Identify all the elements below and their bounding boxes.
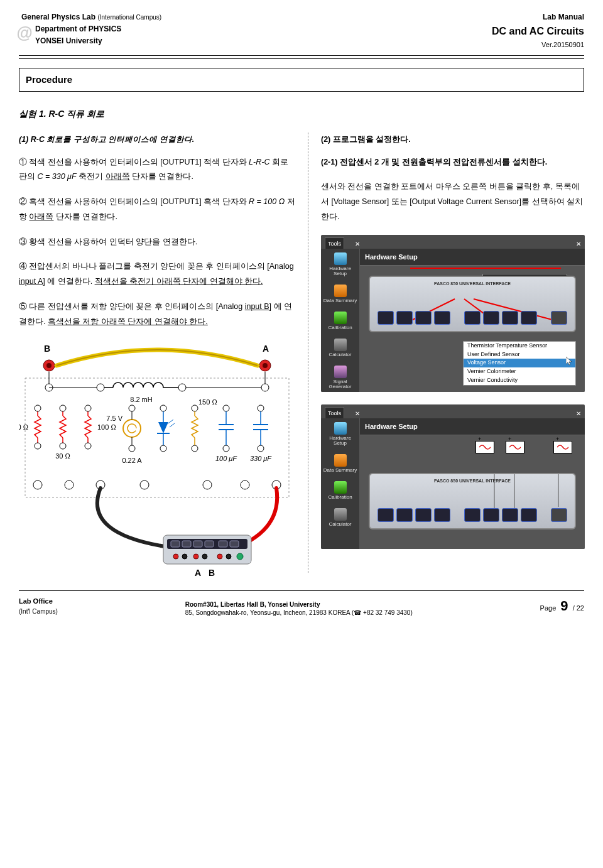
banana-post-right bbox=[259, 360, 271, 371]
dd-thermistor[interactable]: Thermistor Temperature Sensor bbox=[464, 342, 575, 350]
p2u: 아래쪽 bbox=[29, 212, 53, 221]
svg-point-29 bbox=[129, 445, 135, 452]
voltage-sensor-icon-b[interactable] bbox=[506, 441, 524, 453]
digital-port[interactable] bbox=[434, 508, 450, 522]
step2-1-head: (2-1) 전압센서 2 개 및 전원출력부의 전압전류센서를 설치한다. bbox=[321, 155, 585, 170]
analog-port-a[interactable] bbox=[464, 311, 481, 325]
tools-sidebar-2: Hardware Setup Data Summary Calibration … bbox=[321, 418, 360, 549]
analog-port-b[interactable] bbox=[483, 311, 499, 325]
step1-2: ② 흑색 전선을 사용하여 인터페이스의 [OUTPUT1] 흑색 단자와 R … bbox=[19, 195, 295, 225]
footer-campus: (Int'l Campus) bbox=[19, 607, 58, 617]
sidebar-data-summary-2[interactable]: Data Summary bbox=[321, 450, 359, 477]
footer-center: Room#301, Libertas Hall B, Yonsei Univer… bbox=[185, 600, 413, 617]
digital-port[interactable] bbox=[415, 508, 432, 522]
signal-generator-icon bbox=[334, 366, 347, 378]
svg-point-77 bbox=[182, 554, 187, 559]
p4u2: 적색선을 축전기 아래쪽 단자에 연결해야 한다. bbox=[95, 277, 263, 286]
page-header: @ General Physics Lab (International Cam… bbox=[19, 11, 584, 50]
sensor-dropdown[interactable]: Thermistor Temperature Sensor User Defin… bbox=[463, 341, 576, 385]
p1d: 축전기 bbox=[77, 172, 106, 181]
sidebar-hardware-setup[interactable]: Hardware Setup bbox=[321, 249, 359, 281]
svg-point-80 bbox=[217, 554, 222, 559]
experiment-title: 실험 1. R-C 직류 회로 bbox=[19, 109, 104, 119]
digital-port[interactable] bbox=[378, 508, 394, 522]
p2a: ② 흑색 전선을 사용하여 인터페이스의 [OUTPUT1] 흑색 단자와 bbox=[19, 197, 249, 206]
hwsetup-title-2: Hardware Setup bbox=[360, 418, 585, 436]
digital-port[interactable] bbox=[396, 508, 413, 522]
dd-voltage-sensor[interactable]: Voltage Sensor bbox=[464, 359, 575, 367]
installed-sensor-icons bbox=[475, 441, 572, 453]
svg-point-78 bbox=[193, 554, 198, 559]
svg-point-82 bbox=[237, 553, 243, 560]
sidebar-data-summary[interactable]: Data Summary bbox=[321, 281, 359, 308]
sidebar-calculator[interactable]: Calculator bbox=[321, 335, 359, 362]
p2r: R = 100 Ω bbox=[249, 197, 285, 206]
footer-page-pre: Page bbox=[540, 604, 557, 612]
header-univ: YONSEI University bbox=[21, 35, 161, 47]
cursor-icon-2 bbox=[566, 357, 573, 366]
p4a: ④ 전압센서의 바나나 플러그를 축전기 양단에 꽂은 후 인터페이스의 [An… bbox=[19, 262, 294, 271]
sidebar-hardware-setup-2[interactable]: Hardware Setup bbox=[321, 418, 359, 451]
analog-port-a[interactable] bbox=[464, 508, 481, 522]
svg-point-81 bbox=[226, 554, 231, 559]
left-column: (1) R-C 회로를 구성하고 인터페이스에 연결한다. ① 적색 전선을 사… bbox=[19, 133, 308, 573]
p1u: 아래쪽 bbox=[106, 172, 130, 181]
sidebar-calibration[interactable]: Calibration bbox=[321, 308, 359, 335]
svg-point-25 bbox=[85, 443, 91, 449]
tools-sidebar: Hardware Setup Data Summary Calibration … bbox=[321, 249, 360, 392]
side-ds-label-2: Data Summary bbox=[323, 467, 357, 473]
step1-3: ③ 황색 전선을 사용하여 인덕터 양단을 연결한다. bbox=[19, 235, 295, 250]
analog-port-b[interactable] bbox=[483, 508, 499, 522]
header-right: Lab Manual DC and AC Circuits Ver.201509… bbox=[492, 11, 584, 50]
side-calc-label: Calculator bbox=[329, 352, 351, 357]
p5a: ⑤ 다른 전압센서를 저항 양단에 꽂은 후 인터페이스의 [Analog bbox=[19, 302, 245, 311]
svg-rect-72 bbox=[193, 541, 202, 547]
label-A-top: A bbox=[263, 344, 269, 354]
header-divider bbox=[19, 55, 584, 59]
digital-port[interactable] bbox=[378, 311, 394, 325]
step2-1-body: 센서와 전선을 연결한 포트에서 마우스 오른쪽 버튼을 클릭한 후, 목록에서… bbox=[321, 180, 585, 224]
dd-vernier-cond[interactable]: Vernier Conductivity bbox=[464, 376, 575, 385]
interface-panel-2[interactable]: PASCO 850 UNIVERSAL INTERFACE bbox=[369, 473, 576, 529]
analog-port-c[interactable] bbox=[502, 508, 518, 522]
digital-port[interactable] bbox=[434, 311, 450, 325]
svg-text:10 Ω: 10 Ω bbox=[19, 423, 28, 431]
page-footer: Lab Office (Int'l Campus) Room#301, Libe… bbox=[19, 590, 584, 617]
analog-port-d[interactable] bbox=[521, 508, 537, 522]
digital-port[interactable] bbox=[415, 311, 432, 325]
output-port[interactable] bbox=[551, 311, 567, 325]
analog-port-d[interactable] bbox=[521, 311, 537, 325]
hardware-setup-icon bbox=[334, 252, 347, 265]
step1-4: ④ 전압센서의 바나나 플러그를 축전기 양단에 꽂은 후 인터페이스의 [An… bbox=[19, 259, 295, 290]
svg-point-3 bbox=[263, 363, 268, 368]
p4b: ] 에 연결한다. bbox=[43, 277, 94, 286]
label-B-bot: B bbox=[209, 568, 215, 578]
p2c: 단자를 연결한다. bbox=[53, 212, 117, 221]
sidebar-calculator-2[interactable]: Calculator bbox=[321, 504, 359, 531]
sidebar-signal-generator[interactable]: Signal Generator bbox=[321, 362, 359, 392]
svg-rect-70 bbox=[171, 541, 180, 547]
svg-point-79 bbox=[202, 554, 207, 559]
svg-text:100 Ω: 100 Ω bbox=[97, 423, 116, 431]
header-version: Ver.20150901 bbox=[492, 40, 584, 51]
dd-vernier-color[interactable]: Vernier Colorimeter bbox=[464, 367, 575, 376]
sidebar-calibration-2[interactable]: Calibration bbox=[321, 477, 359, 504]
analog-port-c[interactable] bbox=[502, 311, 518, 325]
calibration-icon bbox=[334, 312, 347, 324]
p5u: input B bbox=[245, 302, 269, 311]
svg-point-76 bbox=[173, 554, 178, 559]
header-manual: Lab Manual bbox=[492, 11, 584, 23]
output-sensor-icon[interactable] bbox=[553, 441, 572, 453]
calibration-icon bbox=[334, 481, 347, 494]
footer-page-total: / 22 bbox=[573, 604, 584, 612]
interface-ports bbox=[378, 311, 567, 325]
svg-text:150 Ω: 150 Ω bbox=[198, 398, 217, 406]
voltage-sensor-icon-a[interactable] bbox=[475, 441, 494, 453]
svg-point-48 bbox=[223, 445, 229, 452]
dd-user-defined[interactable]: User Defined Sensor bbox=[464, 350, 575, 359]
digital-port[interactable] bbox=[396, 311, 413, 325]
svg-point-28 bbox=[129, 405, 135, 411]
output-port[interactable] bbox=[551, 508, 567, 522]
interface-panel[interactable]: PASCO 850 UNIVERSAL INTERFACE bbox=[369, 276, 576, 332]
step1-head: (1) R-C 회로를 구성하고 인터페이스에 연결한다. bbox=[19, 135, 194, 144]
